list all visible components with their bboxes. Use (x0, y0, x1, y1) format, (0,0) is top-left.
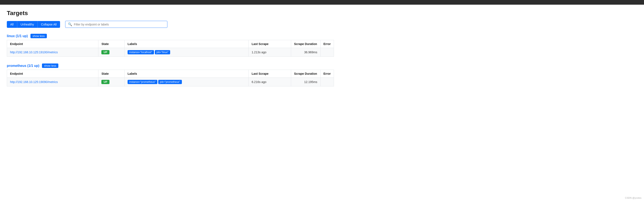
section-title-prometheus: prometheus (1/1 up) (7, 64, 40, 68)
th-scrape_duration: Scrape Duration (291, 70, 320, 78)
th-labels: Labels (124, 40, 248, 48)
table-row: http://192.168.10.125:19090/metricsUPins… (7, 78, 334, 87)
page-content: Targets All Unhealthy Collapse All 🔍 lin… (0, 5, 341, 98)
section-header-linux: linux (1/1 up)show less (7, 34, 334, 38)
state-badge: UP (101, 50, 110, 54)
th-last_scrape: Last Scrape (248, 70, 291, 78)
search-input[interactable] (74, 23, 164, 26)
toolbar: All Unhealthy Collapse All 🔍 (7, 21, 334, 28)
state-badge: UP (101, 80, 110, 84)
last-scrape-value: 6.216s ago (248, 78, 291, 87)
th-error: Error (320, 70, 334, 78)
th-scrape_duration: Scrape Duration (291, 40, 320, 48)
label-badge: job="linux" (155, 50, 170, 54)
search-icon: 🔍 (68, 22, 72, 26)
show-less-button-prometheus[interactable]: show less (42, 64, 58, 68)
th-state: State (98, 70, 124, 78)
filter-all-button[interactable]: All (7, 21, 17, 28)
collapse-all-button[interactable]: Collapse All (38, 21, 60, 28)
last-scrape-value: 1.213s ago (248, 48, 291, 57)
top-bar (0, 0, 644, 5)
error-value (320, 48, 334, 57)
section-header-prometheus: prometheus (1/1 up)show less (7, 64, 334, 68)
section-title-linux: linux (1/1 up) (7, 34, 28, 38)
label-badge: instance="prometheus" (128, 80, 158, 84)
filter-unhealthy-button[interactable]: Unhealthy (17, 21, 38, 28)
target-table-linux: EndpointStateLabelsLast ScrapeScrape Dur… (7, 40, 334, 57)
th-endpoint: Endpoint (7, 40, 98, 48)
sections-container: linux (1/1 up)show lessEndpointStateLabe… (7, 34, 334, 87)
th-last_scrape: Last Scrape (248, 40, 291, 48)
th-state: State (98, 40, 124, 48)
label-badge: instance="localhost" (128, 50, 154, 54)
target-table-prometheus: EndpointStateLabelsLast ScrapeScrape Dur… (7, 70, 334, 87)
filter-btn-group: All Unhealthy Collapse All (7, 21, 60, 28)
endpoint-link[interactable]: http://192.168.10.125:19100/metrics (10, 51, 58, 54)
show-less-button-linux[interactable]: show less (30, 34, 47, 38)
th-labels: Labels (124, 70, 248, 78)
scrape-duration-value: 12.195ms (291, 78, 320, 87)
table-row: http://192.168.10.125:19100/metricsUPins… (7, 48, 334, 57)
page-title: Targets (7, 10, 334, 16)
th-endpoint: Endpoint (7, 70, 98, 78)
th-error: Error (320, 40, 334, 48)
scrape-duration-value: 36.969ms (291, 48, 320, 57)
label-badge: job="prometheus" (158, 80, 182, 84)
error-value (320, 78, 334, 87)
endpoint-link[interactable]: http://192.168.10.125:19090/metrics (10, 80, 58, 84)
search-container: 🔍 (65, 21, 168, 28)
